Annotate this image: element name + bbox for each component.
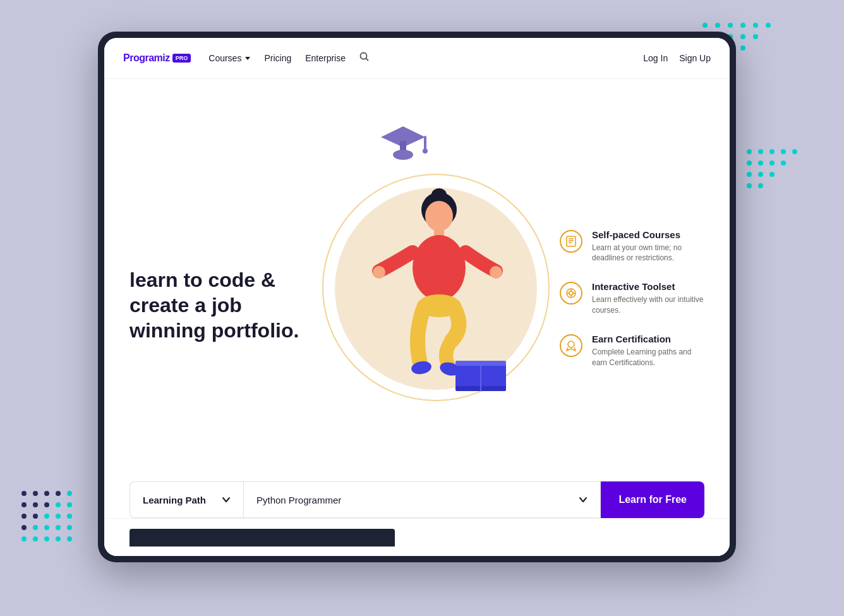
- svg-point-45: [56, 502, 61, 507]
- cta-bar: Learning Path Python Programmer Learn fo…: [130, 481, 704, 518]
- svg-point-9: [740, 34, 745, 39]
- svg-point-58: [67, 536, 72, 541]
- svg-point-50: [33, 525, 38, 530]
- interactive-text: Interactive Toolset Learn effectively wi…: [592, 281, 704, 316]
- svg-point-29: [747, 172, 752, 177]
- svg-point-23: [781, 149, 786, 154]
- svg-point-10: [753, 34, 758, 39]
- nav-enterprise[interactable]: Enterprise: [305, 53, 346, 63]
- svg-point-63: [425, 201, 453, 231]
- nav-links: Courses Pricing Enterprise: [208, 52, 370, 64]
- logo-text: Programiz: [123, 52, 170, 64]
- svg-point-41: [21, 514, 27, 519]
- svg-point-30: [758, 172, 763, 177]
- learning-path-label: Learning Path: [143, 495, 206, 505]
- cert-desc: Complete Learning paths and earn Certifi…: [592, 347, 704, 368]
- svg-point-43: [21, 525, 27, 530]
- hero-left: learn to code & create a job winning por…: [130, 79, 332, 518]
- svg-point-90: [568, 341, 574, 347]
- self-paced-desc: Learn at your own time; no deadlines or …: [592, 243, 704, 264]
- self-paced-text: Self-paced Courses Learn at your own tim…: [592, 229, 704, 264]
- svg-point-44: [67, 491, 72, 496]
- navbar-left: Programiz PRO Courses Pricing Enterprise: [123, 52, 370, 64]
- laptop-screen: Programiz PRO Courses Pricing Enterprise: [104, 38, 730, 556]
- svg-point-3: [740, 23, 745, 28]
- svg-point-57: [56, 536, 61, 541]
- python-programmer-dropdown[interactable]: Python Programmer: [243, 481, 601, 518]
- chevron-down-icon: [222, 497, 231, 503]
- book-icon: [452, 357, 509, 395]
- laptop-frame: Programiz PRO Courses Pricing Enterprise: [98, 32, 736, 562]
- cert-text: Earn Certification Complete Learning pat…: [592, 334, 704, 368]
- feature-self-paced: Self-paced Courses Learn at your own tim…: [559, 229, 704, 264]
- self-paced-icon-wrap: [559, 229, 583, 253]
- svg-point-28: [781, 160, 786, 166]
- feature-interactive: Interactive Toolset Learn effectively wi…: [559, 281, 704, 316]
- svg-rect-80: [567, 236, 576, 246]
- interactive-title: Interactive Toolset: [592, 281, 704, 292]
- svg-point-21: [758, 149, 763, 154]
- svg-point-62: [431, 188, 447, 201]
- chevron-down-icon: [245, 57, 250, 60]
- logo[interactable]: Programiz PRO: [123, 52, 191, 64]
- svg-point-14: [740, 45, 745, 51]
- svg-point-5: [766, 23, 771, 28]
- svg-point-33: [758, 183, 763, 188]
- signup-button[interactable]: Sign Up: [679, 53, 711, 63]
- svg-point-38: [21, 502, 27, 507]
- svg-point-65: [413, 235, 466, 301]
- interactive-desc: Learn effectively with our intuitive cou…: [592, 294, 704, 316]
- nav-courses[interactable]: Courses: [208, 53, 250, 63]
- hero-section: learn to code & create a job winning por…: [104, 79, 730, 518]
- svg-point-66: [373, 266, 385, 279]
- svg-point-73: [393, 150, 413, 160]
- svg-point-22: [769, 149, 775, 154]
- svg-point-54: [21, 536, 27, 541]
- svg-point-75: [423, 148, 428, 154]
- search-icon[interactable]: [359, 52, 370, 64]
- svg-point-39: [33, 502, 38, 507]
- svg-point-32: [747, 183, 752, 188]
- feature-certification: Earn Certification Complete Learning pat…: [559, 334, 704, 368]
- svg-point-31: [769, 172, 775, 177]
- svg-point-52: [56, 525, 61, 530]
- svg-point-4: [753, 23, 758, 28]
- svg-line-60: [366, 59, 369, 61]
- graduation-cap-icon: [378, 123, 428, 167]
- bottom-bar: [104, 518, 730, 556]
- navbar: Programiz PRO Courses Pricing Enterprise: [104, 38, 730, 79]
- svg-point-51: [44, 525, 49, 530]
- svg-point-1: [715, 23, 720, 28]
- svg-point-53: [67, 525, 72, 530]
- svg-point-35: [33, 491, 38, 496]
- login-button[interactable]: Log In: [643, 53, 668, 63]
- svg-point-26: [758, 160, 763, 166]
- nav-pricing[interactable]: Pricing: [264, 53, 291, 63]
- self-paced-title: Self-paced Courses: [592, 229, 704, 240]
- cert-feature-icon: [560, 334, 582, 357]
- svg-point-0: [702, 23, 708, 28]
- svg-point-24: [792, 149, 797, 154]
- svg-point-36: [44, 491, 49, 496]
- chevron-down-icon: [579, 497, 588, 503]
- cert-title: Earn Certification: [592, 334, 704, 344]
- learn-for-free-button[interactable]: Learn for Free: [601, 481, 704, 518]
- svg-point-27: [769, 160, 775, 166]
- svg-point-34: [21, 491, 27, 496]
- path-value-label: Python Programmer: [256, 495, 341, 505]
- book-feature-icon: [560, 230, 582, 253]
- svg-point-42: [33, 514, 38, 519]
- cert-icon-wrap: [559, 334, 583, 358]
- hero-features: Self-paced Courses Learn at your own tim…: [540, 79, 704, 518]
- svg-point-59: [361, 53, 367, 59]
- interactive-icon-wrap: [559, 281, 583, 305]
- svg-point-85: [569, 291, 573, 295]
- svg-point-37: [56, 491, 61, 496]
- svg-point-56: [44, 536, 49, 541]
- navbar-right: Log In Sign Up: [643, 53, 711, 63]
- svg-point-67: [490, 266, 502, 279]
- svg-point-25: [747, 160, 752, 166]
- svg-point-46: [67, 502, 72, 507]
- learning-path-dropdown[interactable]: Learning Path: [130, 481, 243, 518]
- logo-pro-badge: PRO: [172, 54, 191, 63]
